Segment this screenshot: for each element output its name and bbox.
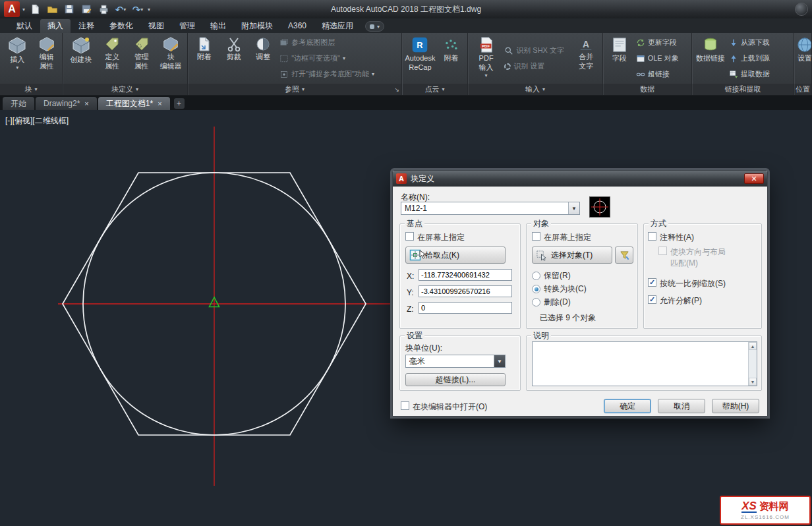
tab-featured-apps[interactable]: 精选应用 [314, 19, 361, 33]
checkbox-box[interactable]: ✓ [648, 295, 656, 304]
recognition-settings-button[interactable]: 识别 设置 [504, 59, 569, 73]
snap-to-underlay-button[interactable]: 打开"捕捉参考底图"功能 ▾ [279, 67, 398, 81]
scroll-up-icon[interactable]: ▲ [749, 342, 757, 350]
new-drawing-tab-button[interactable]: + [174, 98, 185, 109]
objects-onscreen-checkbox[interactable]: 在屏幕上指定 [532, 232, 591, 243]
checkbox-box[interactable] [648, 232, 656, 241]
manage-attributes-button[interactable]: 管理 属性 [127, 34, 156, 82]
open-in-block-editor-checkbox[interactable]: 在块编辑器中打开(O) [401, 401, 487, 413]
tab-addins[interactable]: 附加模块 [234, 19, 280, 33]
tab-home[interactable]: 默认 [9, 19, 40, 33]
hyperlink-dialog-button[interactable]: 超链接(L)... [405, 373, 506, 386]
file-tab-doc1[interactable]: 工程图文档1* × [98, 97, 170, 110]
panel-label-block[interactable]: 块▾ [0, 84, 62, 95]
tab-a360[interactable]: A360 [281, 19, 314, 33]
autocad-logo[interactable]: A [4, 1, 20, 17]
y-input[interactable] [419, 285, 512, 297]
checkbox-box[interactable]: ✓ [648, 278, 656, 287]
pdf-import-button[interactable]: PDF PDF 输入 ▾ [470, 34, 502, 82]
panel-label-link-extract[interactable]: 链接和提取 [692, 84, 794, 95]
checkbox-box[interactable] [532, 232, 540, 241]
ok-button[interactable]: 确定 [604, 399, 651, 413]
recognize-shx-button[interactable]: 识别 SHX 文字 [504, 44, 569, 57]
chevron-down-icon[interactable]: ▾ [22, 7, 25, 13]
checkbox-box[interactable] [401, 401, 409, 410]
panel-label-location[interactable]: 位置 [794, 84, 811, 95]
panel-label-reference[interactable]: 参照▾ ↘ [188, 84, 401, 95]
uniform-scale-checkbox[interactable]: ✓ 按统一比例缩放(S) [648, 278, 726, 289]
upload-to-source-button[interactable]: 上载到源 [729, 51, 790, 65]
plot-button[interactable] [96, 2, 111, 16]
dialog-launcher-icon[interactable]: ↘ [394, 86, 399, 93]
combine-text-button[interactable]: A 合并 文字 [572, 34, 600, 82]
underlay-layers-button[interactable]: 参考底图图层 [279, 36, 398, 49]
radio-circle[interactable] [532, 298, 540, 307]
tab-view[interactable]: 视图 [141, 19, 171, 33]
help-button[interactable]: 帮助(H) [712, 399, 759, 413]
close-icon[interactable]: × [158, 100, 161, 107]
set-location-button[interactable]: 设置 [796, 34, 812, 82]
allow-explode-checkbox[interactable]: ✓ 允许分解(P) [648, 295, 702, 307]
tab-parametric[interactable]: 参数化 [102, 19, 140, 33]
viewport-controls[interactable]: [-][俯视][二维线框] [5, 115, 69, 127]
pick-point-button[interactable]: 拾取点(K) [405, 247, 506, 264]
x-input[interactable] [419, 269, 512, 281]
convert-to-block-radio[interactable]: 转换为块(C) [532, 283, 587, 295]
download-from-source-button[interactable]: 从源下载 [729, 36, 790, 49]
clip-button[interactable]: 剪裁 [219, 34, 248, 82]
edit-attribute-button[interactable]: 编辑 属性 [33, 34, 60, 82]
autodesk-recap-button[interactable]: R Autodesk ReCap [404, 34, 436, 82]
panel-label-point-cloud[interactable]: 点云▾ [402, 84, 467, 95]
cancel-button[interactable]: 取消 [658, 399, 705, 413]
delete-radio[interactable]: 删除(D) [532, 297, 571, 308]
dialog-close-button[interactable]: ✕ [744, 173, 764, 184]
checkbox-box[interactable] [405, 232, 414, 241]
adjust-button[interactable]: 调整 [248, 34, 277, 82]
qat-menu-button[interactable]: ▾ [148, 7, 150, 13]
annotative-checkbox[interactable]: 注释性(A) [648, 232, 694, 243]
update-fields-button[interactable]: 更新字段 [636, 36, 688, 49]
basepoint-onscreen-checkbox[interactable]: 在屏幕上指定 [405, 232, 465, 243]
tab-insert[interactable]: 插入 [40, 19, 71, 33]
z-input[interactable] [419, 302, 512, 314]
retain-radio[interactable]: 保留(R) [532, 270, 571, 281]
undo-button[interactable]: ↶▾ [113, 2, 128, 16]
tab-manage[interactable]: 管理 [172, 19, 202, 33]
scroll-down-icon[interactable]: ▼ [749, 378, 757, 386]
redo-button[interactable]: ↷▾ [130, 2, 145, 16]
frames-button[interactable]: "边框可变选项" ▾ [279, 51, 398, 65]
file-tab-drawing2[interactable]: Drawing2* × [36, 97, 97, 110]
dialog-title-bar[interactable]: A 块定义 ✕ [393, 171, 767, 187]
ribbon-display-toggle[interactable]: ▾ [365, 21, 384, 32]
field-button[interactable]: 字段 [605, 34, 634, 82]
extract-data-button[interactable]: 提取数据 [729, 67, 790, 81]
chevron-down-icon[interactable]: ▼ [494, 355, 505, 367]
ole-object-button[interactable]: OLE 对象 [636, 51, 688, 65]
data-link-button[interactable]: 数据链接 [694, 34, 727, 82]
attach-point-cloud-button[interactable]: 附着 [437, 34, 465, 82]
save-as-button[interactable] [79, 2, 94, 16]
file-tab-start[interactable]: 开始 [3, 97, 34, 110]
tab-annotate[interactable]: 注释 [71, 19, 102, 33]
close-icon[interactable]: × [84, 100, 88, 107]
block-unit-combobox[interactable]: 毫米 ▼ [405, 355, 506, 368]
create-block-button[interactable]: 创建块 [65, 34, 97, 82]
quick-select-button[interactable] [615, 247, 633, 264]
chevron-down-icon[interactable]: ▼ [568, 202, 579, 214]
select-objects-button[interactable]: 选择对象(T) [532, 247, 612, 264]
save-button[interactable] [62, 2, 76, 16]
attach-reference-button[interactable]: 附着 [190, 34, 219, 82]
infocenter-badge[interactable] [795, 3, 808, 16]
new-file-button[interactable] [28, 2, 42, 16]
block-editor-button[interactable]: 块 编辑器 [156, 34, 185, 82]
hyperlink-button[interactable]: 超链接 [636, 67, 688, 81]
tab-output[interactable]: 输出 [203, 19, 233, 33]
name-combobox[interactable]: M12-1 ▼ [401, 202, 580, 215]
panel-label-data[interactable]: 数据 [603, 84, 691, 95]
panel-label-block-definition[interactable]: 块定义▾ [63, 84, 187, 95]
define-attributes-button[interactable]: 定义 属性 [98, 34, 127, 82]
insert-block-button[interactable]: 插入 ▾ [2, 34, 32, 82]
radio-circle[interactable] [532, 285, 540, 293]
description-textarea[interactable]: ▲ ▼ [532, 341, 757, 386]
panel-label-import[interactable]: 输入▾ [468, 84, 602, 95]
